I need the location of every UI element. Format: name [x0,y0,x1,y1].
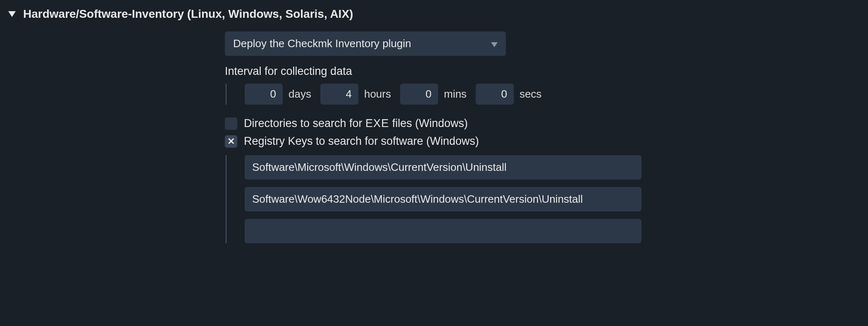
exe-dirs-label-post: files (Windows) [389,117,468,129]
collapse-icon [8,11,16,17]
svg-marker-1 [491,42,498,47]
exe-dirs-row: Directories to search for EXE files (Win… [225,117,860,130]
x-icon: ✕ [227,136,235,147]
registry-entries-list [226,155,860,243]
section-content: Deploy the Checkmk Inventory plugin Inte… [225,24,860,243]
exe-dirs-label: Directories to search for EXE files (Win… [244,117,468,130]
interval-label: Interval for collecting data [225,65,860,78]
unit-secs: secs [520,88,541,101]
deploy-mode-dropdown[interactable]: Deploy the Checkmk Inventory plugin [225,31,506,56]
unit-mins: mins [444,88,467,101]
registry-entry-input[interactable] [245,219,641,243]
registry-entry-input[interactable] [245,187,641,211]
dropdown-selected-label: Deploy the Checkmk Inventory plugin [233,37,411,50]
section-header[interactable]: Hardware/Software-Inventory (Linux, Wind… [8,4,860,24]
interval-days-input[interactable] [245,84,283,105]
section-title: Hardware/Software-Inventory (Linux, Wind… [23,7,353,21]
exe-dirs-checkbox[interactable] [225,117,237,130]
registry-keys-row: ✕ Registry Keys to search for software (… [225,135,860,148]
svg-marker-0 [8,11,16,17]
exe-dirs-label-pre: Directories to search for [244,117,365,129]
chevron-down-icon [491,37,498,50]
registry-entry-input[interactable] [245,155,641,180]
interval-hours-input[interactable] [320,84,358,105]
exe-dirs-label-exe: EXE [365,117,389,129]
registry-keys-checkbox[interactable]: ✕ [225,135,237,148]
interval-mins-input[interactable] [400,84,438,105]
unit-days: days [289,88,311,101]
interval-row: days hours mins secs [226,84,860,105]
interval-secs-input[interactable] [476,84,514,105]
unit-hours: hours [364,88,391,101]
registry-keys-label: Registry Keys to search for software (Wi… [244,135,479,148]
